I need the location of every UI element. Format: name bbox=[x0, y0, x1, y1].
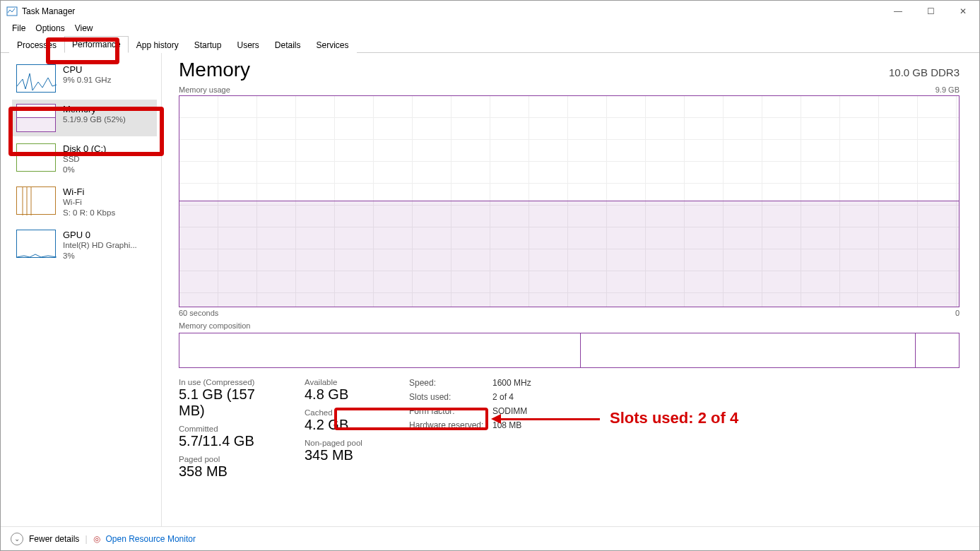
menubar: File Options View bbox=[1, 22, 979, 36]
sidebar-disk-name: Disk 0 (C:) bbox=[63, 143, 106, 154]
tab-performance[interactable]: Performance bbox=[64, 36, 129, 53]
menu-options[interactable]: Options bbox=[35, 23, 64, 33]
memory-usage-graph bbox=[179, 95, 960, 307]
memory-stats: In use (Compressed) 5.1 GB (157 MB) Comm… bbox=[179, 378, 960, 485]
sidebar: CPU 9% 0.91 GHz Memory 5.1/9.9 GB (52%) … bbox=[1, 53, 162, 526]
in-use-label: In use (Compressed) bbox=[179, 378, 285, 386]
menu-view[interactable]: View bbox=[75, 23, 93, 33]
paged-value: 358 MB bbox=[179, 463, 285, 480]
window-title: Task Manager bbox=[22, 6, 75, 16]
in-use-value: 5.1 GB (157 MB) bbox=[179, 386, 285, 419]
sidebar-item-wifi[interactable]: Wi-Fi Wi-Fi S: 0 R: 0 Kbps bbox=[12, 182, 157, 223]
annotation-arrow-head-icon bbox=[491, 414, 501, 424]
tab-app-history[interactable]: App history bbox=[129, 37, 187, 53]
tab-row: Processes Performance App history Startu… bbox=[1, 36, 979, 53]
tab-users[interactable]: Users bbox=[229, 37, 266, 53]
open-resource-monitor-link[interactable]: Open Resource Monitor bbox=[106, 534, 196, 544]
usage-label: Memory usage bbox=[179, 85, 230, 94]
hwres-key: Hardware reserved: bbox=[409, 420, 492, 430]
x-left: 60 seconds bbox=[179, 309, 218, 317]
content-pane: Memory 10.0 GB DDR3 Memory usage 9.9 GB … bbox=[162, 53, 979, 526]
tab-services[interactable]: Services bbox=[309, 37, 357, 53]
titlebar: Task Manager — ☐ ✕ bbox=[1, 1, 979, 22]
annotation-label: Slots used: 2 of 4 bbox=[610, 409, 738, 427]
resmon-icon: ◎ bbox=[93, 534, 100, 544]
sidebar-item-disk[interactable]: Disk 0 (C:) SSD 0% bbox=[12, 139, 157, 179]
slots-key: Slots used: bbox=[409, 392, 492, 402]
tab-details[interactable]: Details bbox=[267, 37, 309, 53]
sidebar-wifi-name: Wi-Fi bbox=[63, 186, 115, 197]
slots-value: 2 of 4 bbox=[492, 392, 531, 402]
sidebar-item-memory[interactable]: Memory 5.1/9.9 GB (52%) bbox=[12, 100, 157, 136]
speed-value: 1600 MHz bbox=[492, 378, 531, 388]
available-label: Available bbox=[305, 378, 389, 386]
memory-composition-bar bbox=[179, 333, 960, 368]
annotation-arrow-line bbox=[501, 418, 600, 420]
wifi-thumb-icon bbox=[16, 186, 56, 215]
footer: ⌄ Fewer details | ◎ Open Resource Monito… bbox=[1, 526, 979, 550]
nonpaged-value: 345 MB bbox=[305, 447, 389, 463]
sidebar-cpu-sub: 9% 0.91 GHz bbox=[63, 75, 111, 85]
sidebar-wifi-sub: Wi-Fi S: 0 R: 0 Kbps bbox=[63, 197, 115, 218]
tab-startup[interactable]: Startup bbox=[187, 37, 230, 53]
close-button[interactable]: ✕ bbox=[947, 1, 979, 22]
x-right: 0 bbox=[955, 309, 960, 317]
gpu-thumb-icon bbox=[16, 230, 56, 258]
sidebar-item-cpu[interactable]: CPU 9% 0.91 GHz bbox=[12, 60, 157, 97]
fewer-details-button[interactable]: Fewer details bbox=[29, 534, 79, 544]
task-manager-icon bbox=[6, 6, 18, 17]
memory-details: Speed: 1600 MHz Slots used: 2 of 4 Form … bbox=[409, 378, 531, 485]
sidebar-memory-sub: 5.1/9.9 GB (52%) bbox=[63, 114, 126, 125]
memory-thumb-icon bbox=[16, 104, 56, 132]
collapse-icon[interactable]: ⌄ bbox=[11, 533, 23, 545]
paged-label: Paged pool bbox=[179, 455, 285, 463]
cpu-thumb-icon bbox=[16, 64, 56, 93]
sidebar-gpu-sub: Intel(R) HD Graphi... 3% bbox=[63, 240, 137, 261]
speed-key: Speed: bbox=[409, 378, 492, 388]
cached-value: 4.2 GB bbox=[305, 417, 389, 433]
cached-label: Cached bbox=[305, 408, 389, 417]
menu-file[interactable]: File bbox=[12, 23, 25, 33]
committed-label: Committed bbox=[179, 425, 285, 433]
tab-processes[interactable]: Processes bbox=[9, 37, 64, 53]
committed-value: 5.7/11.4 GB bbox=[179, 433, 285, 449]
available-value: 4.8 GB bbox=[305, 386, 389, 403]
sidebar-cpu-name: CPU bbox=[63, 64, 111, 75]
minimize-button[interactable]: — bbox=[882, 1, 914, 22]
sidebar-memory-name: Memory bbox=[63, 104, 126, 114]
sidebar-gpu-name: GPU 0 bbox=[63, 230, 137, 240]
sidebar-disk-sub: SSD 0% bbox=[63, 154, 106, 175]
page-title: Memory bbox=[179, 59, 250, 81]
usage-max: 9.9 GB bbox=[935, 85, 960, 94]
nonpaged-label: Non-paged pool bbox=[305, 439, 389, 447]
sidebar-item-gpu[interactable]: GPU 0 Intel(R) HD Graphi... 3% bbox=[12, 225, 157, 266]
composition-label: Memory composition bbox=[179, 321, 250, 330]
form-key: Form factor: bbox=[409, 406, 492, 416]
memory-total: 10.0 GB DDR3 bbox=[889, 66, 960, 81]
disk-thumb-icon bbox=[16, 143, 56, 172]
maximize-button[interactable]: ☐ bbox=[914, 1, 947, 22]
